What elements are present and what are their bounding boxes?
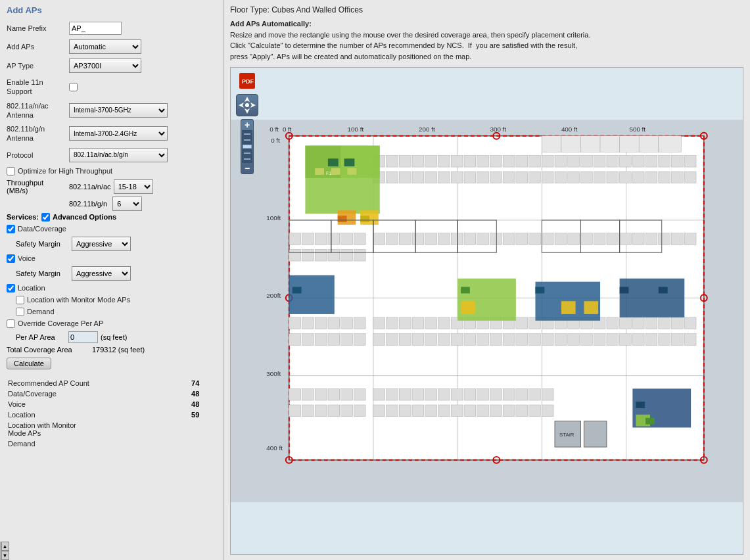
antenna-a-select[interactable]: Internal-3700-5GHz	[69, 103, 168, 118]
throughput-a-select[interactable]: 15-18 6 12	[114, 179, 153, 194]
svg-rect-58	[477, 172, 489, 183]
svg-rect-66	[580, 155, 592, 167]
svg-marker-271	[250, 103, 256, 108]
optimize-checkbox[interactable]	[7, 167, 15, 175]
name-prefix-row: Name Prefix	[7, 22, 216, 35]
pdf-icon[interactable]: PDF	[239, 73, 255, 89]
voice-label: Voice	[18, 254, 35, 262]
throughput-b-select[interactable]: 6 12	[112, 197, 142, 211]
zoom-plus-btn[interactable]: +	[241, 120, 254, 130]
svg-rect-161	[373, 334, 385, 346]
voice-safety-margin-row: Safety Margin Aggressive Nominal Conserv…	[16, 266, 216, 281]
svg-text:400 ft: 400 ft	[561, 126, 578, 133]
svg-rect-93	[373, 233, 385, 245]
svg-marker-270	[239, 103, 244, 108]
svg-rect-151	[645, 317, 657, 329]
calculate-button[interactable]: Calculate	[7, 358, 51, 369]
svg-rect-208	[315, 405, 327, 417]
svg-rect-192	[373, 388, 385, 400]
ap-type-select[interactable]: AP3700I AP3700E	[69, 58, 141, 73]
scroll-down-btn[interactable]: ▼	[1, 551, 9, 560]
antenna-b-select[interactable]: Internal-3700-2.4GHz	[69, 126, 168, 141]
svg-rect-41	[425, 155, 437, 167]
svg-rect-53	[412, 172, 424, 183]
enable-11n-checkbox[interactable]	[69, 83, 78, 91]
nav-control[interactable]	[236, 94, 258, 116]
svg-rect-169	[477, 334, 489, 346]
protocol-select[interactable]: 802.11a/n/ac.b/g/n	[69, 148, 168, 162]
floor-plan-svg: 0 ft 0 ft 100 ft 200 ft 300 ft 400 ft 50…	[231, 68, 743, 554]
svg-rect-254	[645, 418, 655, 425]
add-aps-label: Add APs	[7, 42, 69, 51]
svg-rect-62	[529, 172, 541, 183]
svg-rect-182	[645, 334, 657, 346]
data-safety-margin-label: Safety Margin	[16, 240, 72, 248]
voice-row: Voice	[7, 254, 216, 263]
svg-rect-61	[516, 172, 528, 183]
svg-rect-213	[387, 405, 398, 417]
location-row: Location	[7, 284, 216, 292]
svg-rect-203	[516, 388, 528, 400]
svg-rect-234	[620, 279, 685, 317]
svg-rect-126	[315, 317, 327, 329]
svg-rect-114	[645, 233, 657, 245]
total-coverage-row: Total Coverage Area 179312 (sq feet)	[7, 346, 216, 354]
throughput-row: Throughput(MB/s) 802.11a/n/ac 15-18 6 12	[7, 179, 216, 195]
svg-rect-131	[387, 317, 398, 329]
voice-result-value: 48	[186, 400, 215, 409]
svg-rect-51	[387, 172, 398, 183]
voice-checkbox[interactable]	[7, 254, 15, 263]
map-area[interactable]: 0 ft 0 ft 100 ft 200 ft 300 ft 400 ft 50…	[230, 67, 743, 555]
enable-11n-label: Enable 11nSupport	[7, 78, 69, 97]
svg-rect-247	[360, 216, 369, 222]
voice-safety-margin-select[interactable]: Aggressive Nominal Conservative	[72, 266, 131, 281]
per-ap-area-row: Per AP Area (sq feet)	[16, 331, 216, 343]
svg-rect-101	[477, 233, 489, 245]
add-aps-select[interactable]: Automatic Manual	[69, 39, 141, 54]
per-ap-area-label: Per AP Area	[16, 333, 68, 341]
svg-rect-92	[354, 233, 365, 245]
sq-feet-label: (sq feet)	[101, 333, 127, 341]
svg-rect-264	[584, 421, 607, 447]
svg-rect-79	[594, 172, 605, 183]
svg-rect-164	[412, 334, 424, 346]
svg-rect-132	[399, 317, 411, 329]
antenna-a-row: 802.11a/n/acAntenna Internal-3700-5GHz	[7, 101, 216, 120]
svg-rect-225	[542, 405, 553, 417]
svg-rect-55	[438, 172, 450, 183]
svg-rect-64	[555, 155, 567, 167]
zoom-minus-btn[interactable]: −	[241, 163, 254, 174]
svg-rect-188	[315, 388, 327, 400]
svg-rect-47	[503, 155, 515, 167]
svg-text:0 ft: 0 ft	[271, 137, 280, 144]
svg-rect-42	[438, 155, 450, 167]
svg-rect-67	[594, 155, 605, 167]
enable-11n-row: Enable 11nSupport	[7, 78, 216, 97]
svg-rect-72	[659, 155, 670, 167]
recommended-ap-label: Recommended AP Count	[8, 379, 185, 388]
svg-rect-168	[464, 334, 476, 346]
data-coverage-checkbox[interactable]	[7, 225, 15, 233]
data-coverage-result-row: Data/Coverage 48	[8, 389, 215, 398]
voice-result-row: Voice 48	[8, 400, 215, 409]
location-monitor-checkbox[interactable]	[16, 296, 24, 304]
advanced-options-checkbox[interactable]	[41, 213, 50, 222]
data-safety-margin-select[interactable]: Aggressive Nominal Conservative	[72, 237, 131, 251]
demand-checkbox[interactable]	[16, 308, 24, 316]
per-ap-area-input[interactable]	[68, 331, 98, 343]
scroll-up-btn[interactable]: ▲	[1, 542, 9, 551]
svg-rect-159	[341, 334, 353, 346]
svg-rect-197	[438, 388, 450, 400]
name-prefix-input[interactable]	[69, 22, 122, 35]
override-checkbox[interactable]	[7, 319, 15, 328]
svg-rect-119	[302, 249, 314, 261]
svg-rect-110	[594, 233, 605, 245]
svg-rect-68	[607, 155, 619, 167]
svg-rect-59	[490, 172, 502, 183]
location-checkbox[interactable]	[7, 284, 15, 292]
svg-rect-63	[542, 155, 553, 167]
svg-text:500 ft: 500 ft	[629, 126, 645, 133]
svg-rect-122	[341, 249, 353, 261]
override-label: Override Coverage Per AP	[18, 319, 103, 327]
svg-rect-69	[620, 155, 632, 167]
